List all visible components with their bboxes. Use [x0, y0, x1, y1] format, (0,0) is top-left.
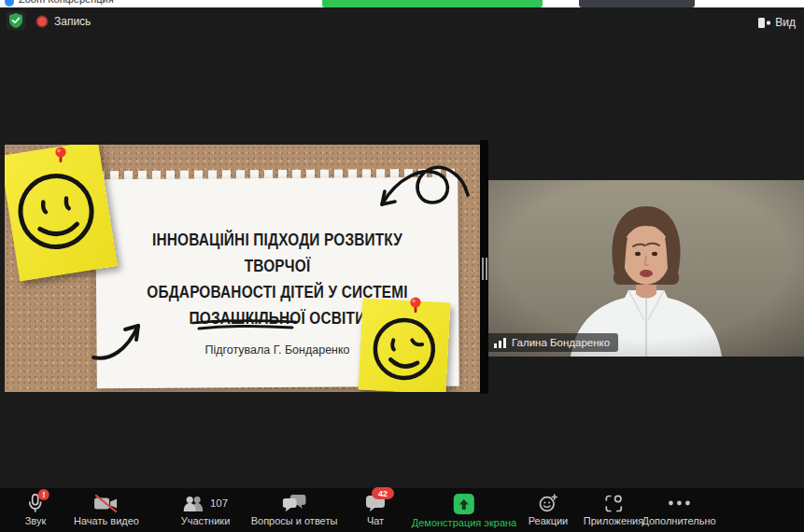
- camera-off-icon: [94, 495, 120, 512]
- qa-label: Вопросы и ответы: [251, 515, 338, 526]
- qa-button[interactable]: Вопросы и ответы: [251, 494, 338, 526]
- reactions-button[interactable]: Реакции: [529, 494, 569, 526]
- participant-name: Галина Бондаренко: [512, 337, 610, 348]
- chat-button[interactable]: 42 Чат: [366, 494, 385, 526]
- audio-button[interactable]: ! Звук: [25, 494, 47, 526]
- shield-check-icon: [9, 13, 22, 28]
- view-label: Вид: [775, 16, 796, 29]
- audio-label: Звук: [25, 515, 47, 526]
- apps-button[interactable]: Приложения: [584, 494, 643, 526]
- share-screen-icon: [454, 494, 474, 514]
- audio-alert-badge: !: [38, 489, 49, 500]
- panel-resize-handle[interactable]: [482, 258, 487, 280]
- underline-doodle: [190, 318, 300, 333]
- chat-label: Чат: [367, 515, 384, 526]
- shared-screen-slide: ІННОВАЦІЙНІ ПІДХОДИ РОЗВИТКУ ТВОРЧОЇ ОБД…: [5, 145, 480, 392]
- reactions-smiley-icon: [539, 494, 558, 512]
- share-status-button[interactable]: [322, 0, 543, 7]
- more-button[interactable]: Дополнительно: [642, 494, 715, 526]
- window-title: Zoom Конференция: [19, 0, 114, 5]
- reactions-label: Реакции: [529, 515, 569, 526]
- wink-smiley-doodle-icon: [358, 299, 450, 392]
- stop-share-button[interactable]: [579, 0, 695, 7]
- recording-indicator-icon: [35, 15, 49, 28]
- zoom-logo-icon: [5, 0, 14, 7]
- meeting-toolbar: ! Звук Начать видео 107 Участники: [0, 487, 804, 532]
- more-dots-icon: [668, 500, 690, 506]
- push-pin-icon: [408, 297, 423, 315]
- participants-label: Участники: [181, 515, 231, 526]
- participant-video-tile[interactable]: Галина Бондаренко: [488, 180, 804, 357]
- participant-name-tag: Галина Бондаренко: [488, 333, 618, 352]
- chat-unread-badge: 42: [372, 487, 394, 499]
- qa-bubbles-icon: [282, 495, 305, 511]
- share-screen-button[interactable]: Демонстрация экрана: [412, 494, 516, 528]
- view-button[interactable]: Вид: [758, 16, 796, 29]
- view-layout-icon: [758, 18, 770, 28]
- participants-count: 107: [210, 497, 228, 509]
- share-screen-label: Демонстрация экрана: [412, 517, 516, 528]
- clipped-window-titlebar: Zoom Конференция: [0, 0, 804, 7]
- start-video-label: Начать видео: [74, 515, 139, 526]
- participants-button[interactable]: 107 Участники: [181, 494, 231, 526]
- curly-arrow-doodle: [356, 160, 472, 238]
- participants-icon: [183, 496, 206, 511]
- start-video-button[interactable]: Начать видео: [74, 494, 139, 526]
- signal-bars-icon: [494, 337, 507, 348]
- sticky-note-wink: [358, 299, 450, 392]
- apps-label: Приложения: [584, 515, 643, 526]
- more-label: Дополнительно: [642, 515, 715, 526]
- participant-video-image: [488, 180, 804, 357]
- push-pin-icon: [53, 147, 68, 165]
- apps-icon: [604, 495, 622, 512]
- swoosh-arrow-doodle: [92, 311, 151, 365]
- recording-label: Запись: [54, 15, 91, 28]
- meeting-info-button[interactable]: [7, 11, 25, 30]
